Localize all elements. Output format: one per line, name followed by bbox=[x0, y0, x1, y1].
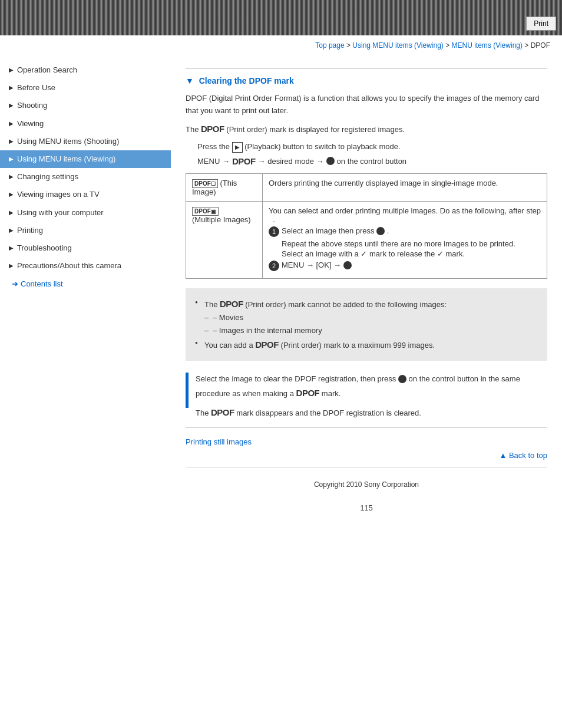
breadcrumb: Top page > Using MENU items (Viewing) > … bbox=[0, 35, 562, 55]
sidebar-item-label: Changing settings bbox=[17, 172, 78, 182]
print-button[interactable]: Print bbox=[526, 17, 556, 31]
blue-bar-indicator bbox=[186, 373, 189, 408]
header-bar: Print bbox=[0, 0, 562, 35]
copyright: Copyright 2010 Sony Corporation bbox=[186, 475, 547, 495]
back-to-top-link[interactable]: ▲ Back to top bbox=[499, 451, 547, 460]
multiple-intro: You can select and order printing multip… bbox=[269, 206, 541, 224]
arrow-icon: ▶ bbox=[9, 84, 14, 92]
sidebar-item-label: Troubleshooting bbox=[17, 243, 72, 253]
note-box: The DPOF (Print order) mark cannot be ad… bbox=[186, 288, 547, 361]
arrow-icon: ▶ bbox=[9, 137, 14, 146]
sidebar-item-label: Using MENU items (Shooting) bbox=[17, 136, 119, 147]
table-cell-desc-1: Orders printing the currently displayed … bbox=[263, 173, 547, 201]
press-playback-line: Press the ▶ (Playback) button to switch … bbox=[197, 142, 547, 153]
sidebar-item-label: Viewing bbox=[17, 118, 44, 129]
printing-still-images-link[interactable]: Printing still images bbox=[186, 437, 252, 446]
dpof-multiple-icon: DPOF▣ bbox=[192, 207, 219, 216]
menu-arrow-1: → desired mode → bbox=[258, 157, 324, 166]
sidebar-item-shooting[interactable]: ▶ Shooting bbox=[0, 97, 171, 114]
section-title-text: Clearing the DPOF mark bbox=[199, 76, 294, 85]
sidebar-item-label: Using MENU items (Viewing) bbox=[17, 154, 115, 164]
step-1: 1 Select an image then press . bbox=[269, 226, 541, 237]
sidebar-item-label: Shooting bbox=[17, 100, 47, 111]
table-cell-label-1: DPOF☐ (This Image) bbox=[186, 173, 263, 201]
sidebar-item-printing[interactable]: ▶ Printing bbox=[0, 222, 171, 239]
menu-text: MENU → bbox=[197, 157, 230, 166]
arrow-icon: ▶ bbox=[9, 120, 14, 128]
clearing-section: Select the image to clear the DPOF regis… bbox=[186, 373, 547, 420]
table-cell-label-2: DPOF▣ (Multiple Images) bbox=[186, 201, 263, 278]
sidebar-item-changing-settings[interactable]: ▶ Changing settings bbox=[0, 168, 171, 186]
arrow-icon: ▶ bbox=[9, 66, 14, 74]
menu-suffix: on the control button bbox=[337, 157, 407, 166]
sidebar-item-label: Using with your computer bbox=[17, 207, 104, 218]
dpof-logo-3: DPOF bbox=[296, 388, 320, 398]
triangle-icon: ▼ bbox=[186, 76, 194, 85]
step-2: 2 MENU → [OK] → bbox=[269, 261, 541, 271]
release-step: Select an image with a ✓ mark to release… bbox=[282, 249, 541, 258]
breadcrumb-menu-items[interactable]: MENU items (Viewing) bbox=[452, 41, 523, 50]
contents-list-label[interactable]: Contents list bbox=[21, 279, 63, 288]
arrow-icon: ▶ bbox=[9, 101, 14, 110]
note-list: The DPOF (Print order) mark cannot be ad… bbox=[195, 297, 538, 353]
dpof-table: DPOF☐ (This Image) Orders printing the c… bbox=[186, 173, 547, 279]
this-image-desc: Orders printing the currently displayed … bbox=[269, 179, 498, 187]
multiple-images-text: (Multiple Images) bbox=[192, 215, 251, 224]
sidebar-item-precautions[interactable]: ▶ Precautions/About this camera bbox=[0, 257, 171, 275]
main-layout: ▶ Operation Search ▶ Before Use ▶ Shooti… bbox=[0, 55, 562, 533]
arrow-icon: ▶ bbox=[9, 262, 14, 270]
top-divider bbox=[186, 68, 547, 69]
sidebar-item-label: Printing bbox=[17, 225, 43, 236]
dpof-logo-1: DPOF bbox=[201, 124, 224, 134]
note-item-2: You can add a DPOF (Print order) mark to… bbox=[195, 337, 538, 353]
clearing-p2: The DPOF mark disappears and the DPOF re… bbox=[196, 405, 547, 420]
intro-p2-suffix: (Print order) mark is displayed for regi… bbox=[224, 125, 405, 134]
intro-p2-prefix: The bbox=[186, 125, 201, 134]
sidebar-item-label: Viewing images on a TV bbox=[17, 189, 100, 200]
sidebar-item-viewing[interactable]: ▶ Viewing bbox=[0, 115, 171, 133]
footer-divider bbox=[186, 467, 547, 467]
contents-list-link[interactable]: ➜ Contents list bbox=[0, 275, 171, 293]
sidebar-item-before-use[interactable]: ▶ Before Use bbox=[0, 79, 171, 97]
table-row: DPOF☐ (This Image) Orders printing the c… bbox=[186, 173, 547, 201]
sidebar: ▶ Operation Search ▶ Before Use ▶ Shooti… bbox=[0, 55, 171, 533]
arrow-icon: ▶ bbox=[9, 209, 14, 217]
sidebar-item-operation-search[interactable]: ▶ Operation Search bbox=[0, 61, 171, 79]
table-cell-desc-2: You can select and order printing multip… bbox=[263, 201, 547, 278]
intro-paragraph-2: The DPOF (Print order) mark is displayed… bbox=[186, 122, 547, 136]
breadcrumb-current: DPOF bbox=[531, 41, 550, 50]
note-subitem-movies: – Movies bbox=[204, 311, 538, 324]
dpof-logo-2: DPOF bbox=[232, 156, 256, 166]
breadcrumb-using-menu[interactable]: Using MENU items (Viewing) bbox=[352, 41, 443, 50]
playback-button-icon: ▶ bbox=[232, 142, 243, 153]
breadcrumb-top[interactable]: Top page bbox=[315, 41, 344, 50]
dpof-logo-4: DPOF bbox=[211, 407, 234, 417]
step-1-text: Select an image then press . bbox=[282, 226, 389, 236]
dpof-this-image-icon: DPOF☐ bbox=[192, 179, 218, 188]
bottom-divider bbox=[186, 427, 547, 428]
arrow-icon: ▶ bbox=[9, 244, 14, 252]
sidebar-item-label: Precautions/About this camera bbox=[17, 261, 121, 271]
circle-icon-2 bbox=[343, 261, 352, 269]
sidebar-item-label: Operation Search bbox=[17, 65, 77, 75]
sidebar-item-computer[interactable]: ▶ Using with your computer bbox=[0, 204, 171, 222]
arrow-icon: ▶ bbox=[9, 155, 14, 163]
sidebar-item-troubleshooting[interactable]: ▶ Troubleshooting bbox=[0, 239, 171, 257]
sidebar-item-viewing-tv[interactable]: ▶ Viewing images on a TV bbox=[0, 186, 171, 203]
sidebar-item-menu-viewing[interactable]: ▶ Using MENU items (Viewing) bbox=[0, 150, 171, 168]
menu-navigation-line: MENU → DPOF → desired mode → on the cont… bbox=[197, 156, 547, 166]
main-content: ▼ Clearing the DPOF mark DPOF (Digital P… bbox=[171, 55, 562, 533]
sidebar-item-menu-shooting[interactable]: ▶ Using MENU items (Shooting) bbox=[0, 133, 171, 150]
arrow-right-icon: ➜ bbox=[12, 279, 18, 288]
back-to-top: ▲ Back to top bbox=[186, 451, 547, 460]
nav-links: Printing still images bbox=[186, 437, 547, 446]
section-title: ▼ Clearing the DPOF mark bbox=[186, 76, 547, 85]
arrow-icon: ▶ bbox=[9, 226, 14, 235]
control-button-icon bbox=[326, 157, 335, 165]
note-item-1: The DPOF (Print order) mark cannot be ad… bbox=[195, 297, 538, 338]
page-number: 115 bbox=[186, 495, 547, 521]
repeat-step: Repeat the above steps until there are n… bbox=[282, 239, 541, 248]
dpof-logo-note: DPOF bbox=[220, 299, 243, 309]
clearing-text-block: Select the image to clear the DPOF regis… bbox=[196, 373, 547, 420]
arrow-icon: ▶ bbox=[9, 190, 14, 199]
